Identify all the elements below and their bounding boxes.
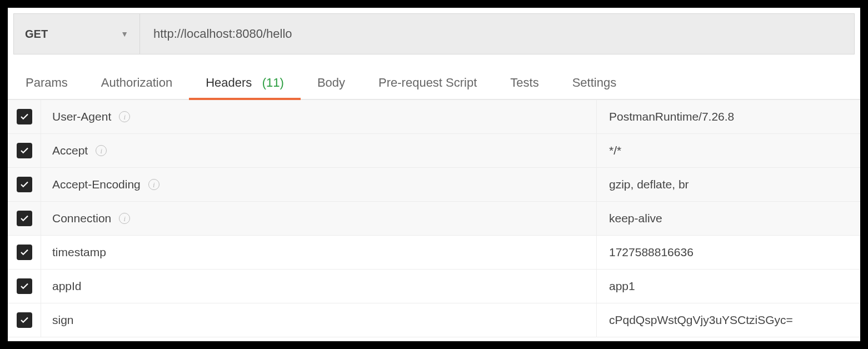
header-checkbox-cell — [8, 168, 41, 201]
header-value: gzip, deflate, br — [609, 178, 689, 191]
http-method-label: GET — [25, 28, 48, 41]
header-value-cell[interactable]: keep-alive — [597, 212, 860, 225]
header-enabled-checkbox[interactable] — [17, 312, 32, 328]
tab-prerequest-label: Pre-request Script — [378, 76, 477, 89]
header-value-cell[interactable]: 1727588816636 — [597, 246, 860, 259]
header-value-cell[interactable]: app1 — [597, 280, 860, 293]
http-method-select[interactable]: GET ▼ — [14, 14, 140, 54]
header-row: Accept-Encodingigzip, deflate, br — [8, 168, 860, 202]
header-row: Connectionikeep-alive — [8, 202, 860, 236]
tab-body[interactable]: Body — [301, 71, 362, 99]
header-enabled-checkbox[interactable] — [17, 109, 32, 124]
header-enabled-checkbox[interactable] — [17, 143, 32, 158]
headers-table: User-AgentiPostmanRuntime/7.26.8Accepti*… — [8, 100, 860, 341]
header-value-cell[interactable]: cPqdQspWstQgVjy3uYSCtziSGyc= — [597, 313, 860, 327]
header-key: sign — [52, 313, 74, 327]
header-value-cell[interactable]: PostmanRuntime/7.26.8 — [597, 110, 860, 123]
tab-settings-label: Settings — [572, 76, 617, 89]
info-icon[interactable]: i — [148, 179, 159, 190]
header-key-cell[interactable]: Accepti — [41, 134, 597, 167]
header-key-cell[interactable]: appId — [41, 270, 597, 303]
header-checkbox-cell — [8, 270, 41, 303]
header-row: timestamp1727588816636 — [8, 236, 860, 270]
header-key-cell[interactable]: sign — [41, 303, 597, 337]
header-row: appIdapp1 — [8, 270, 860, 303]
info-icon[interactable]: i — [119, 213, 130, 224]
header-enabled-checkbox[interactable] — [17, 278, 32, 294]
header-value: PostmanRuntime/7.26.8 — [609, 110, 734, 123]
header-checkbox-cell — [8, 202, 41, 235]
header-row: Accepti*/* — [8, 134, 860, 168]
header-value: 1727588816636 — [609, 246, 694, 258]
header-row: User-AgentiPostmanRuntime/7.26.8 — [8, 100, 860, 134]
tab-params[interactable]: Params — [19, 71, 84, 99]
header-value-cell[interactable]: */* — [597, 144, 860, 157]
header-enabled-checkbox[interactable] — [17, 177, 32, 192]
info-icon[interactable]: i — [96, 145, 107, 156]
header-value: keep-alive — [609, 212, 662, 225]
header-enabled-checkbox[interactable] — [17, 211, 32, 226]
header-key-cell[interactable]: Connectioni — [41, 202, 597, 235]
tab-body-label: Body — [317, 76, 345, 89]
chevron-down-icon: ▼ — [121, 29, 128, 38]
tab-params-label: Params — [26, 76, 68, 89]
tab-tests-label: Tests — [510, 76, 538, 89]
request-bar: GET ▼ — [13, 13, 855, 54]
header-key: appId — [52, 280, 82, 293]
header-value: cPqdQspWstQgVjy3uYSCtziSGyc= — [609, 313, 793, 326]
tab-headers[interactable]: Headers (11) — [189, 71, 301, 99]
url-input[interactable] — [140, 14, 854, 54]
tab-prerequest[interactable]: Pre-request Script — [362, 71, 493, 99]
header-key: timestamp — [52, 246, 106, 259]
tab-tests[interactable]: Tests — [493, 71, 555, 99]
header-key: User-Agent — [52, 110, 111, 123]
header-checkbox-cell — [8, 134, 41, 167]
tab-headers-label: Headers — [206, 76, 252, 89]
postman-request-panel: GET ▼ Params Authorization Headers (11) … — [8, 8, 860, 341]
header-key-cell[interactable]: User-Agenti — [41, 100, 597, 133]
header-key-cell[interactable]: Accept-Encodingi — [41, 168, 597, 201]
header-checkbox-cell — [8, 236, 41, 269]
header-value: */* — [609, 144, 621, 157]
header-enabled-checkbox[interactable] — [17, 245, 32, 260]
header-value-cell[interactable]: gzip, deflate, br — [597, 178, 860, 191]
tab-authorization[interactable]: Authorization — [84, 71, 189, 99]
header-key: Accept-Encoding — [52, 178, 141, 191]
header-key: Accept — [52, 144, 88, 157]
info-icon[interactable]: i — [119, 111, 130, 122]
header-value: app1 — [609, 280, 635, 292]
tab-headers-count: (11) — [262, 76, 284, 89]
header-key: Connection — [52, 212, 111, 225]
header-key-cell[interactable]: timestamp — [41, 236, 597, 269]
header-checkbox-cell — [8, 303, 41, 337]
tab-settings[interactable]: Settings — [556, 71, 633, 99]
header-checkbox-cell — [8, 100, 41, 133]
header-row: signcPqdQspWstQgVjy3uYSCtziSGyc= — [8, 303, 860, 337]
request-tabs: Params Authorization Headers (11) Body P… — [8, 54, 860, 100]
tab-authorization-label: Authorization — [101, 76, 172, 89]
